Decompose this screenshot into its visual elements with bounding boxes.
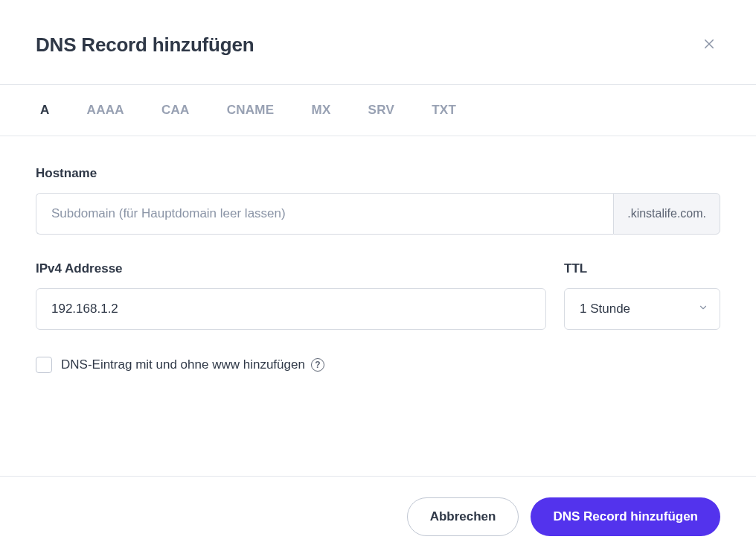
modal-header: DNS Record hinzufügen — [0, 0, 756, 84]
close-button[interactable] — [698, 33, 720, 57]
ipv4-label: IPv4 Addresse — [36, 261, 546, 276]
www-checkbox-label: DNS-Eintrag mit und ohne www hinzufügen … — [61, 357, 324, 372]
hostname-domain-suffix: .kinstalife.com. — [613, 193, 720, 235]
hostname-label: Hostname — [36, 166, 720, 181]
ttl-selected-value: 1 Stunde — [580, 302, 630, 316]
tab-caa[interactable]: CAA — [157, 85, 194, 136]
ttl-group: TTL 1 Stunde — [564, 261, 720, 330]
cancel-button[interactable]: Abbrechen — [407, 497, 519, 536]
modal-title: DNS Record hinzufügen — [36, 34, 254, 57]
ipv4-input[interactable] — [36, 288, 546, 330]
ttl-select[interactable]: 1 Stunde — [564, 288, 720, 330]
help-icon[interactable]: ? — [311, 358, 324, 372]
tab-cname[interactable]: CNAME — [222, 85, 279, 136]
ttl-label: TTL — [564, 261, 720, 276]
form-body: Hostname .kinstalife.com. IPv4 Addresse … — [0, 136, 756, 388]
ipv4-group: IPv4 Addresse — [36, 261, 546, 330]
www-checkbox-row: DNS-Eintrag mit und ohne www hinzufügen … — [36, 357, 720, 373]
tabs-container: A AAAA CAA CNAME MX SRV TXT — [0, 84, 756, 136]
submit-button[interactable]: DNS Record hinzufügen — [531, 497, 720, 536]
close-icon — [702, 37, 716, 53]
hostname-group: Hostname .kinstalife.com. — [36, 166, 720, 235]
modal-footer: Abbrechen DNS Record hinzufügen — [0, 476, 756, 557]
record-type-tabs: A AAAA CAA CNAME MX SRV TXT — [0, 85, 756, 136]
tab-txt[interactable]: TXT — [427, 85, 461, 136]
tab-aaaa[interactable]: AAAA — [83, 85, 129, 136]
tab-a[interactable]: A — [36, 85, 54, 136]
tab-mx[interactable]: MX — [307, 85, 335, 136]
www-checkbox[interactable] — [36, 357, 52, 373]
hostname-input-group: .kinstalife.com. — [36, 193, 720, 235]
hostname-input[interactable] — [36, 193, 613, 235]
tab-srv[interactable]: SRV — [364, 85, 400, 136]
